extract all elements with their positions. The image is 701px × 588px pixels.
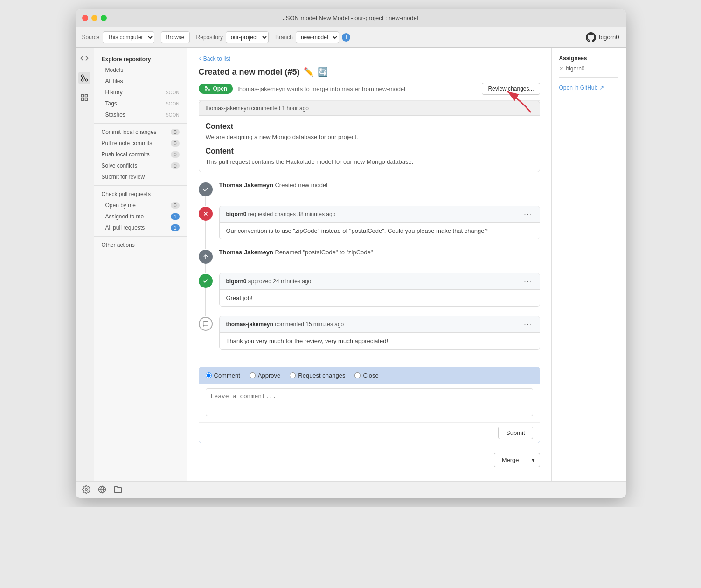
request-changes-radio[interactable] (290, 372, 296, 378)
minimize-button[interactable] (91, 15, 97, 21)
comment-option-label: Comment (214, 372, 240, 379)
grid-icon[interactable] (78, 91, 90, 104)
solve-conflicts-label: Solve conflicts (102, 162, 171, 169)
pr-status-bar: Open thomas-jakemeyn wants to merge into… (199, 83, 540, 101)
content-area: < Back to list Created a new model (#5) … (187, 48, 551, 481)
svg-point-18 (85, 488, 87, 490)
timeline-event-created: Thomas Jakemeyn Created new model (219, 182, 540, 189)
option-approve[interactable]: Approve (250, 372, 280, 379)
close-button[interactable] (82, 15, 88, 21)
merge-button[interactable]: Merge (494, 453, 527, 467)
globe-icon[interactable] (98, 485, 107, 495)
comment-textarea[interactable] (206, 388, 533, 416)
sidebar-item-push-local[interactable]: Push local commits 0 (94, 149, 187, 160)
solve-conflicts-badge: 0 (171, 162, 179, 169)
settings-icon[interactable] (82, 485, 91, 495)
folder-icon[interactable] (114, 485, 123, 495)
merge-icon (204, 85, 211, 92)
svg-rect-5 (81, 94, 83, 97)
svg-point-2 (81, 79, 83, 81)
sidebar-item-open-by-me[interactable]: Open by me 0 (94, 200, 187, 211)
back-to-list-link[interactable]: < Back to list (199, 56, 230, 62)
stashes-soon: SOON (166, 112, 179, 118)
edit-icon[interactable]: ✏️ (304, 67, 314, 77)
review-card-approve-body: Great job! (220, 290, 540, 306)
sidebar-item-other-actions[interactable]: Other actions (94, 239, 187, 251)
review-card-reject-body: Our convention is to use "zipCode" inste… (220, 223, 540, 239)
username: bigorn0 (599, 34, 619, 41)
sidebar-item-check-pulls[interactable]: Check pull requests (94, 189, 187, 200)
timeline-item-4: bigorn0 approved 24 minutes ago ··· Grea… (199, 273, 540, 307)
sidebar-item-all-pull-requests[interactable]: All pull requests 1 (94, 222, 187, 233)
more-options-button-1[interactable]: ··· (524, 210, 533, 218)
sidebar-item-models[interactable]: Models (94, 64, 187, 76)
branch-label: Branch (275, 34, 293, 41)
sidebar-item-commit-local[interactable]: Commit local changes 0 (94, 126, 187, 138)
close-radio[interactable] (354, 372, 361, 378)
sidebar-item-all-files[interactable]: All files (94, 76, 187, 87)
request-changes-option-label: Request changes (298, 372, 345, 379)
sidebar-item-submit-review[interactable]: Submit for review (94, 171, 187, 182)
code-icon[interactable] (78, 52, 90, 64)
info-icon[interactable]: i (342, 33, 350, 42)
comment-header: thomas-jakemeyn commented 1 hour ago (199, 101, 540, 115)
timeline-item-3: Thomas Jakemeyn Renamed "postalCode" to … (199, 249, 540, 264)
pr-status-text: Open (213, 85, 228, 92)
close-option-label: Close (363, 372, 378, 379)
sidebar-item-stashes[interactable]: Stashes SOON (94, 109, 187, 120)
content-title: Content (206, 147, 533, 155)
pull-remote-badge: 0 (171, 140, 179, 147)
comment-radio[interactable] (206, 372, 212, 378)
action-bar-footer: Submit (199, 422, 540, 443)
sidebar-item-tags[interactable]: Tags SOON (94, 98, 187, 109)
tags-label: Tags (105, 100, 166, 107)
review-card-comment: thomas-jakemeyn commented 15 minutes ago… (219, 316, 540, 350)
explore-title: Explore repository (94, 52, 187, 64)
github-icon (586, 32, 596, 42)
timeline-item-1: Thomas Jakemeyn Created new model (199, 182, 540, 196)
all-pull-requests-badge: 1 (171, 224, 179, 231)
review-changes-button[interactable]: Review changes... (482, 83, 540, 95)
maximize-button[interactable] (101, 15, 107, 21)
sidebar-item-assigned-to-me[interactable]: Assigned to me 1 (94, 211, 187, 222)
action-bar: Comment Approve Request changes Close (199, 367, 540, 443)
title-bar: JSON model New Model - our-project : new… (76, 9, 626, 27)
pr-merge-text: thomas-jakemeyn wants to merge into mast… (237, 85, 405, 92)
repository-group: Repository our-project (196, 31, 269, 43)
approve-radio[interactable] (250, 372, 256, 378)
option-request-changes[interactable]: Request changes (290, 372, 345, 379)
pr-title-text: Created a new model (#5) (199, 67, 300, 77)
repository-label: Repository (196, 34, 223, 41)
open-github-link[interactable]: Open in GitHub ↗ (559, 84, 618, 91)
open-by-me-label: Open by me (105, 202, 171, 209)
submit-button[interactable]: Submit (498, 427, 533, 439)
remove-assignee-button[interactable]: ✕ (559, 66, 563, 72)
commit-local-label: Commit local changes (102, 129, 171, 135)
branch-select[interactable]: new-model (296, 31, 339, 43)
option-close[interactable]: Close (354, 372, 378, 379)
comment-section: thomas-jakemeyn commented 1 hour ago Con… (187, 101, 551, 172)
bottom-bar (76, 481, 626, 498)
timeline-event-comment: thomas-jakemeyn commented 15 minutes ago… (219, 316, 540, 350)
more-options-button-3[interactable]: ··· (524, 320, 533, 329)
timeline-item-2: bigorn0 requested changes 38 minutes ago… (199, 206, 540, 239)
source-label: Source (82, 34, 100, 41)
browse-button[interactable]: Browse (161, 31, 190, 43)
option-comment[interactable]: Comment (206, 372, 240, 379)
sidebar-item-solve-conflicts[interactable]: Solve conflicts 0 (94, 160, 187, 171)
merge-section: Merge ▾ (187, 453, 551, 481)
merge-dropdown-button[interactable]: ▾ (527, 453, 540, 467)
context-title: Context (206, 122, 533, 131)
toolbar: Source This computer Browse Repository o… (76, 27, 626, 48)
more-options-button-2[interactable]: ··· (524, 277, 533, 286)
sidebar-item-history[interactable]: History SOON (94, 87, 187, 98)
review-card-approve-header: bigorn0 approved 24 minutes ago ··· (220, 273, 540, 290)
approve-icon (199, 274, 213, 288)
repository-select[interactable]: our-project (226, 31, 269, 43)
refresh-icon[interactable]: 🔄 (318, 67, 328, 77)
git-icon[interactable] (78, 72, 90, 84)
sidebar-item-pull-remote[interactable]: Pull remote commits 0 (94, 138, 187, 149)
source-select[interactable]: This computer (103, 31, 154, 43)
window-controls[interactable] (82, 15, 107, 21)
timeline: Thomas Jakemeyn Created new model (187, 182, 551, 350)
